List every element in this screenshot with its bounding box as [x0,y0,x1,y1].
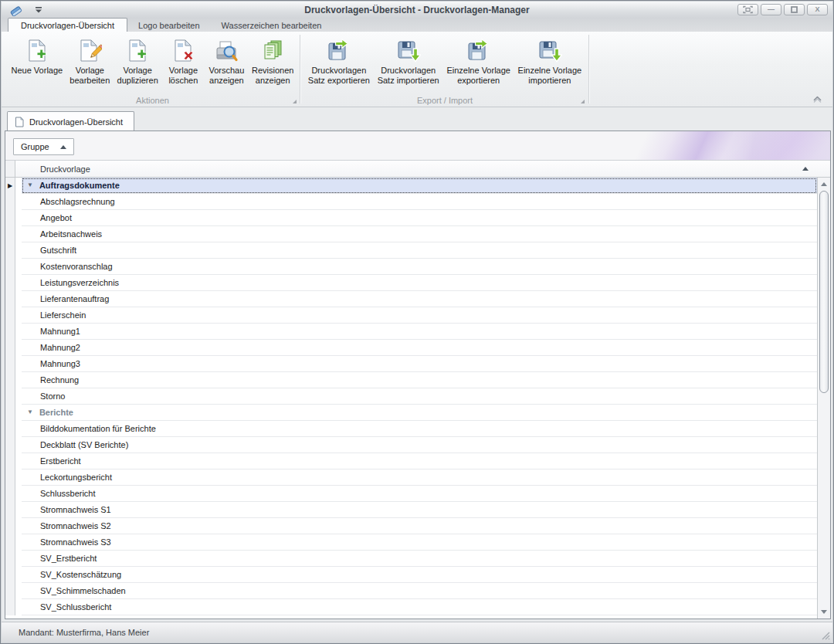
table-row[interactable]: Leckortungsbericht [5,469,817,486]
group-row-label: Auftragsdokumente [39,181,120,190]
button-label: Vorlage [169,66,198,76]
table-row[interactable]: Stromnachweis S3 [5,534,817,551]
table-row[interactable]: Mahnung3 [5,356,817,372]
eraser-icon [9,4,23,16]
template-name: Stromnachweis S3 [40,537,111,547]
export-single-icon [466,39,491,63]
table-row[interactable]: Angebot [5,210,817,226]
druckvorlagen-satz-importieren-button[interactable]: Druckvorlagen Satz importieren [374,37,443,87]
template-name: Mahnung2 [40,343,80,352]
button-label: exportieren [457,76,500,86]
table-row[interactable]: SV_Kostenschätzung [5,567,817,583]
table-row[interactable]: Stromnachweis S2 [5,518,817,534]
vertical-scrollbar[interactable] [817,178,830,619]
fit-screen-icon[interactable] [737,4,758,15]
scroll-up-icon[interactable] [818,178,830,190]
button-label: Einzelne Vorlage [518,66,582,76]
template-name: Rechnung [40,375,79,385]
table-row[interactable]: Mahnung1 [5,324,817,340]
table-row[interactable]: Deckblatt (SV Berichte) [5,437,817,453]
einzelne-vorlage-importieren-button[interactable]: Einzelne Vorlage importieren [514,37,585,87]
einzelne-vorlage-exportieren-button[interactable]: Einzelne Vorlage exportieren [443,37,514,87]
table-row[interactable]: Schlussbericht [5,486,817,502]
template-name: SV_Erstbericht [40,554,97,563]
row-indicator [5,453,15,469]
row-indicator [5,307,15,324]
revisions-icon [260,39,285,63]
row-indicator [5,210,15,226]
group-by-label: Gruppe [21,142,49,151]
table-row[interactable]: SV_Erstbericht [5,551,817,567]
column-header-row[interactable]: Druckvorlage [5,161,830,178]
button-label: anzeigen [209,76,244,86]
ribbon-group-caption: Export / Import [303,96,587,105]
current-row-arrow-icon: ▶ [8,183,12,189]
table-row[interactable]: SV_Schimmelschaden [5,583,817,599]
vorlage-duplizieren-button[interactable]: Vorlage duplizieren [114,37,161,87]
table-row[interactable]: Gutschrift [5,242,817,259]
edit-template-icon [77,39,102,63]
template-name: Erstbericht [40,456,81,466]
tab-logo-bearbeiten[interactable]: Logo bearbeiten [127,19,211,32]
row-indicator [5,583,15,599]
row-indicator [5,388,15,405]
template-name: Storno [40,391,65,401]
neue-vorlage-button[interactable]: Neue Vorlage [8,37,66,77]
revisionen-anzeigen-button[interactable]: Revisionen anzeigen [248,37,297,87]
table-row[interactable]: Mahnung2 [5,340,817,356]
template-name: Stromnachweis S2 [40,521,111,530]
table-row[interactable]: Arbeitsnachweis [5,226,817,242]
group-by-gruppe-button[interactable]: Gruppe [13,138,74,155]
row-indicator [5,567,15,583]
template-name: Angebot [40,213,72,222]
maximize-icon[interactable] [784,4,805,15]
button-label: Vorlage [124,66,152,76]
close-icon[interactable]: X [807,4,828,15]
collapse-group-icon[interactable]: ▼ [27,409,33,415]
table-row[interactable]: Erstbericht [5,453,817,469]
group-row[interactable]: ▶▼Auftragsdokumente [5,178,817,194]
button-label: anzeigen [256,76,290,86]
collapse-group-icon[interactable]: ▼ [27,182,33,188]
column-header-druckvorlage[interactable]: Druckvorlage [15,164,90,174]
table-row[interactable]: SV_Schlussbericht [5,599,817,615]
tab-druckvorlagen-uebersicht[interactable]: Druckvorlagen-Übersicht [8,18,127,32]
table-row[interactable]: Abschlagsrechnung [5,194,817,210]
group-row-label: Berichte [39,408,73,417]
row-indicator [5,259,15,275]
table-row[interactable]: Lieferschein [5,307,817,324]
row-indicator [5,599,15,615]
template-name: Lieferantenauftrag [40,294,109,303]
druckvorlagen-satz-exportieren-button[interactable]: Druckvorlagen Satz exportieren [304,37,374,87]
button-label: Vorlage [76,66,104,76]
table-row[interactable]: Leistungsverzeichnis [5,275,817,291]
document-icon [14,117,25,127]
table-row[interactable]: Storno [5,388,817,405]
table-row[interactable]: Lieferantenauftrag [5,291,817,307]
maximize-glyph [791,6,798,13]
tab-wasserzeichen-bearbeiten[interactable]: Wasserzeichen bearbeiten [211,19,333,32]
vorlage-bearbeiten-button[interactable]: Vorlage bearbeiten [66,37,114,87]
table-row[interactable]: Stromnachweis S1 [5,502,817,518]
document-tab[interactable]: Druckvorlagen-Übersicht [7,111,134,131]
group-row[interactable]: ▼Berichte [5,405,817,421]
window-title: Druckvorlagen-Übersicht - Druckvorlagen-… [2,5,832,15]
vorschau-anzeigen-button[interactable]: Vorschau anzeigen [205,37,248,87]
minimize-icon[interactable]: — [761,4,781,15]
scrollbar-thumb[interactable] [819,191,829,393]
table-row[interactable]: Kostenvoranschlag [5,259,817,275]
ribbon-group-caption: Aktionen [6,96,299,105]
scroll-down-icon[interactable] [818,606,830,618]
button-label: Revisionen [252,66,293,76]
chevron-up-icon[interactable] [812,94,823,103]
application-window: Druckvorlagen-Übersicht - Druckvorlagen-… [0,0,834,644]
row-indicator [5,518,15,534]
vorlage-loeschen-button[interactable]: Vorlage löschen [161,37,205,87]
table-row[interactable]: Bilddokumentation für Berichte [5,421,817,437]
table-row[interactable]: Rechnung [5,372,817,388]
quick-access-dropdown-icon[interactable] [34,6,43,14]
ribbon-tab-row: Druckvorlagen-Übersicht Logo bearbeiten … [2,18,832,32]
button-label: Vorschau [208,66,244,76]
template-name: Deckblatt (SV Berichte) [40,440,128,449]
resize-grip-icon[interactable] [820,630,830,640]
